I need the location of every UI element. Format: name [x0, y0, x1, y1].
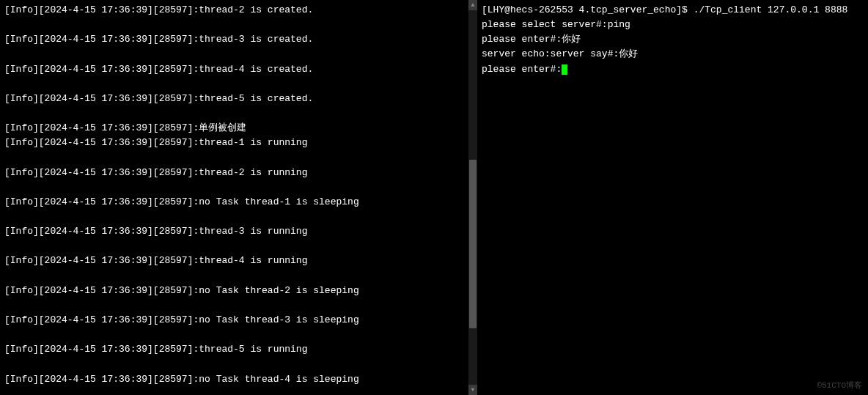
blank-line	[4, 180, 471, 195]
log-line: [Info][2024-4-15 17:36:39][28597]:no Tas…	[4, 284, 471, 298]
log-line: [Info][2024-4-15 17:36:39][28597]:thread…	[4, 32, 471, 47]
blank-line	[4, 357, 471, 372]
client-output-line: please select server#:ping	[482, 18, 864, 32]
blank-line	[4, 77, 471, 92]
log-line: [Info][2024-4-15 17:36:39][28597]:thread…	[4, 62, 471, 77]
log-line: [Info][2024-4-15 17:36:39][28597]:no Tas…	[4, 372, 471, 387]
blank-line	[4, 328, 471, 342]
blank-line	[4, 387, 471, 395]
input-prompt: please enter#:	[482, 64, 562, 75]
blank-line	[4, 106, 471, 121]
scroll-thumb[interactable]	[469, 160, 477, 328]
client-output-line: please enter#:你好	[482, 32, 864, 47]
log-line: [Info][2024-4-15 17:36:39][28597]:no Tas…	[4, 195, 471, 210]
blank-line	[4, 18, 471, 32]
log-line: [Info][2024-4-15 17:36:39][28597]:thread…	[4, 254, 471, 268]
log-line: [Info][2024-4-15 17:36:39][28597]:thread…	[4, 166, 471, 180]
scroll-up-button[interactable]: ▲	[468, 0, 477, 10]
blank-line	[4, 150, 471, 165]
blank-line	[4, 239, 471, 254]
log-line: [Info][2024-4-15 17:36:39][28597]:thread…	[4, 342, 471, 357]
blank-line	[4, 298, 471, 313]
client-terminal-pane[interactable]: [LHY@hecs-262553 4.tcp_server_echo]$ ./T…	[477, 0, 868, 395]
scroll-track[interactable]	[468, 10, 477, 385]
scroll-down-button[interactable]: ▼	[468, 385, 477, 395]
left-scrollbar[interactable]: ▲ ▼	[468, 0, 477, 395]
blank-line	[4, 47, 471, 62]
log-line: [Info][2024-4-15 17:36:39][28597]:no Tas…	[4, 313, 471, 328]
blank-line	[4, 210, 471, 224]
client-input-line[interactable]: please enter#:	[482, 62, 864, 77]
log-line: [Info][2024-4-15 17:36:39][28597]:thread…	[4, 224, 471, 239]
server-terminal-pane[interactable]: [Info][2024-4-15 17:36:39][28597]:thread…	[0, 0, 477, 395]
log-line: [Info][2024-4-15 17:36:39][28597]:thread…	[4, 3, 471, 18]
cursor-icon	[562, 64, 567, 75]
log-line: [Info][2024-4-15 17:36:39][28597]:thread…	[4, 136, 471, 150]
blank-line	[4, 269, 471, 284]
shell-prompt-line: [LHY@hecs-262553 4.tcp_server_echo]$ ./T…	[482, 3, 864, 18]
log-line: [Info][2024-4-15 17:36:39][28597]:单例被创建	[4, 121, 471, 136]
log-line: [Info][2024-4-15 17:36:39][28597]:thread…	[4, 92, 471, 106]
client-output-line: server echo:server say#:你好	[482, 47, 864, 62]
